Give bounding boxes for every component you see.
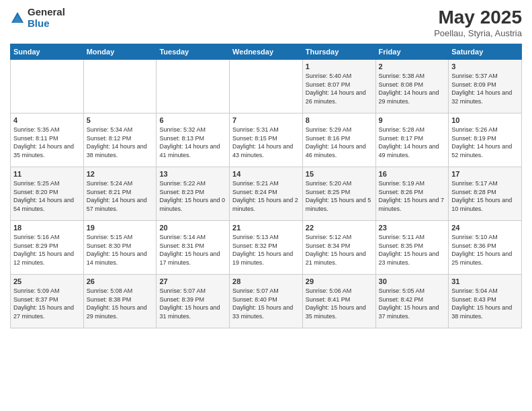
header-row: SundayMondayTuesdayWednesdayThursdayFrid… [11,44,522,60]
day-info: Sunrise: 5:04 AM Sunset: 8:43 PM Dayligh… [451,287,519,320]
logo-general: General [28,7,65,18]
day-number: 10 [451,116,519,124]
day-cell [230,60,303,113]
day-info: Sunrise: 5:12 AM Sunset: 8:34 PM Dayligh… [306,233,373,267]
day-cell: 27Sunrise: 5:07 AM Sunset: 8:39 PM Dayli… [157,275,230,328]
day-number: 29 [306,277,373,285]
day-number: 2 [379,62,446,71]
day-cell: 15Sunrise: 5:20 AM Sunset: 8:25 PM Dayli… [302,167,375,221]
calendar-body: 1Sunrise: 5:40 AM Sunset: 8:07 PM Daylig… [11,60,522,328]
day-number: 3 [451,62,519,71]
day-info: Sunrise: 5:38 AM Sunset: 8:08 PM Dayligh… [379,72,446,105]
day-cell: 31Sunrise: 5:04 AM Sunset: 8:43 PM Dayli… [449,275,522,328]
day-cell: 24Sunrise: 5:10 AM Sunset: 8:36 PM Dayli… [449,221,522,275]
day-info: Sunrise: 5:21 AM Sunset: 8:24 PM Dayligh… [232,179,300,213]
day-cell: 8Sunrise: 5:29 AM Sunset: 8:16 PM Daylig… [302,113,375,167]
header-cell-friday: Friday [375,44,449,60]
day-cell: 11Sunrise: 5:25 AM Sunset: 8:20 PM Dayli… [11,167,84,221]
day-cell: 2Sunrise: 5:38 AM Sunset: 8:08 PM Daylig… [375,60,449,113]
day-number: 4 [13,116,81,124]
day-number: 30 [379,277,446,285]
header-cell-monday: Monday [83,44,157,60]
day-info: Sunrise: 5:05 AM Sunset: 8:42 PM Dayligh… [379,287,446,320]
day-info: Sunrise: 5:16 AM Sunset: 8:29 PM Dayligh… [13,233,81,267]
day-cell: 12Sunrise: 5:24 AM Sunset: 8:21 PM Dayli… [83,167,157,221]
day-cell: 18Sunrise: 5:16 AM Sunset: 8:29 PM Dayli… [11,221,84,275]
day-cell: 13Sunrise: 5:22 AM Sunset: 8:23 PM Dayli… [157,167,230,221]
day-info: Sunrise: 5:37 AM Sunset: 8:09 PM Dayligh… [451,72,519,105]
day-info: Sunrise: 5:15 AM Sunset: 8:30 PM Dayligh… [87,233,154,267]
day-info: Sunrise: 5:31 AM Sunset: 8:15 PM Dayligh… [232,126,300,159]
day-cell: 9Sunrise: 5:28 AM Sunset: 8:17 PM Daylig… [375,113,449,167]
day-number: 21 [232,224,300,232]
header-cell-wednesday: Wednesday [230,44,303,60]
day-info: Sunrise: 5:40 AM Sunset: 8:07 PM Dayligh… [306,72,373,105]
day-cell [83,60,157,113]
week-row-4: 18Sunrise: 5:16 AM Sunset: 8:29 PM Dayli… [11,221,522,275]
day-info: Sunrise: 5:24 AM Sunset: 8:21 PM Dayligh… [87,179,154,213]
day-cell: 5Sunrise: 5:34 AM Sunset: 8:12 PM Daylig… [83,113,157,167]
day-cell: 16Sunrise: 5:19 AM Sunset: 8:26 PM Dayli… [375,167,449,221]
day-number: 24 [451,224,519,232]
day-info: Sunrise: 5:17 AM Sunset: 8:28 PM Dayligh… [451,179,519,213]
day-number: 22 [306,224,373,232]
day-info: Sunrise: 5:09 AM Sunset: 8:37 PM Dayligh… [13,287,81,320]
calendar-title: May 2025 [434,7,522,28]
day-cell: 26Sunrise: 5:08 AM Sunset: 8:38 PM Dayli… [83,275,157,328]
day-info: Sunrise: 5:08 AM Sunset: 8:38 PM Dayligh… [87,287,154,320]
day-info: Sunrise: 5:14 AM Sunset: 8:31 PM Dayligh… [159,233,226,267]
day-info: Sunrise: 5:07 AM Sunset: 8:39 PM Dayligh… [159,287,226,320]
week-row-3: 11Sunrise: 5:25 AM Sunset: 8:20 PM Dayli… [11,167,522,221]
day-number: 11 [13,170,81,178]
day-number: 28 [232,277,300,285]
day-cell: 20Sunrise: 5:14 AM Sunset: 8:31 PM Dayli… [157,221,230,275]
day-cell: 17Sunrise: 5:17 AM Sunset: 8:28 PM Dayli… [449,167,522,221]
day-info: Sunrise: 5:10 AM Sunset: 8:36 PM Dayligh… [451,233,519,267]
day-info: Sunrise: 5:28 AM Sunset: 8:17 PM Dayligh… [379,126,446,159]
day-number: 31 [451,277,519,285]
day-info: Sunrise: 5:32 AM Sunset: 8:13 PM Dayligh… [159,126,226,159]
day-number: 23 [379,224,446,232]
day-cell: 25Sunrise: 5:09 AM Sunset: 8:37 PM Dayli… [11,275,84,328]
day-number: 13 [159,170,226,178]
day-number: 17 [451,170,519,178]
logo: General Blue [10,7,65,29]
day-info: Sunrise: 5:11 AM Sunset: 8:35 PM Dayligh… [379,233,446,267]
day-number: 14 [232,170,300,178]
day-cell: 22Sunrise: 5:12 AM Sunset: 8:34 PM Dayli… [302,221,375,275]
day-cell: 1Sunrise: 5:40 AM Sunset: 8:07 PM Daylig… [302,60,375,113]
day-number: 9 [379,116,446,124]
day-number: 26 [87,277,154,285]
day-number: 18 [13,224,81,232]
day-info: Sunrise: 5:35 AM Sunset: 8:11 PM Dayligh… [13,126,81,159]
day-cell: 6Sunrise: 5:32 AM Sunset: 8:13 PM Daylig… [157,113,230,167]
day-number: 7 [232,116,300,124]
day-cell: 4Sunrise: 5:35 AM Sunset: 8:11 PM Daylig… [11,113,84,167]
day-info: Sunrise: 5:20 AM Sunset: 8:25 PM Dayligh… [306,179,373,213]
day-number: 6 [159,116,226,124]
day-number: 27 [159,277,226,285]
header: General Blue May 2025 Poellau, Styria, A… [10,7,522,38]
day-info: Sunrise: 5:34 AM Sunset: 8:12 PM Dayligh… [87,126,154,159]
day-number: 5 [87,116,154,124]
day-cell: 7Sunrise: 5:31 AM Sunset: 8:15 PM Daylig… [230,113,303,167]
logo-icon [10,11,25,26]
day-number: 20 [159,224,226,232]
day-info: Sunrise: 5:29 AM Sunset: 8:16 PM Dayligh… [306,126,373,159]
day-cell: 21Sunrise: 5:13 AM Sunset: 8:32 PM Dayli… [230,221,303,275]
day-cell [157,60,230,113]
header-cell-thursday: Thursday [302,44,375,60]
day-info: Sunrise: 5:22 AM Sunset: 8:23 PM Dayligh… [159,179,226,213]
day-number: 25 [13,277,81,285]
day-cell [11,60,84,113]
day-number: 12 [87,170,154,178]
day-info: Sunrise: 5:07 AM Sunset: 8:40 PM Dayligh… [232,287,300,320]
day-cell: 29Sunrise: 5:06 AM Sunset: 8:41 PM Dayli… [302,275,375,328]
day-cell: 10Sunrise: 5:26 AM Sunset: 8:19 PM Dayli… [449,113,522,167]
day-cell: 30Sunrise: 5:05 AM Sunset: 8:42 PM Dayli… [375,275,449,328]
day-number: 8 [306,116,373,124]
day-number: 1 [306,62,373,71]
day-info: Sunrise: 5:06 AM Sunset: 8:41 PM Dayligh… [306,287,373,320]
calendar-header: SundayMondayTuesdayWednesdayThursdayFrid… [11,44,522,60]
calendar-subtitle: Poellau, Styria, Austria [434,28,522,38]
